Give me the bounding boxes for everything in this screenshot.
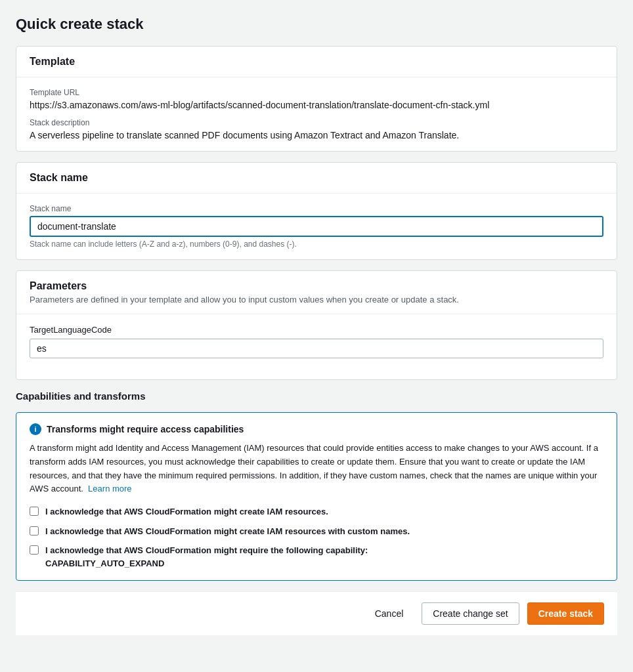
stack-name-heading: Stack name [30,172,603,184]
capabilities-heading: Capabilities and transforms [16,390,617,402]
checkbox-item-1: I acknowledge that AWS CloudFormation mi… [30,525,603,538]
checkbox-ack1-label: I acknowledge that AWS CloudFormation mi… [45,505,328,518]
parameters-heading: Parameters [30,280,603,292]
stack-name-section: Stack name Stack name Stack name can inc… [16,162,617,260]
parameters-section-body: TargetLanguageCode [16,314,617,379]
info-box-body: A transform might add Identity and Acces… [30,442,603,496]
template-heading: Template [30,56,603,68]
stack-name-hint: Stack name can include letters (A-Z and … [30,240,603,249]
info-box-header: i Transforms might require access capabi… [30,423,603,435]
checkbox-item-0: I acknowledge that AWS CloudFormation mi… [30,505,603,518]
stack-name-section-header: Stack name [16,163,617,194]
stack-name-label: Stack name [30,204,603,213]
learn-more-link[interactable]: Learn more [88,484,131,494]
stack-name-section-body: Stack name Stack name can include letter… [16,194,617,259]
template-url-label: Template URL [30,88,603,97]
checkbox-item-2: I acknowledge that AWS CloudFormation mi… [30,544,603,570]
checkbox-ack2[interactable] [30,526,39,536]
capabilities-section: Capabilities and transforms i Transforms… [16,390,617,581]
info-icon: i [30,423,41,435]
checkbox-ack3-label: I acknowledge that AWS CloudFormation mi… [45,544,368,570]
cancel-button[interactable]: Cancel [364,603,414,624]
param-field-0: TargetLanguageCode [30,325,603,358]
checkbox-ack2-label: I acknowledge that AWS CloudFormation mi… [45,525,410,538]
stack-description-label: Stack description [30,118,603,127]
create-change-set-button[interactable]: Create change set [422,602,519,625]
param-label-0: TargetLanguageCode [30,325,603,335]
template-section-body: Template URL https://s3.amazonaws.com/aw… [16,77,617,151]
parameters-description: Parameters are defined in your template … [30,295,603,304]
param-input-0[interactable] [30,339,603,358]
template-section-header: Template [16,47,617,77]
stack-name-input[interactable] [30,216,603,237]
info-box-title: Transforms might require access capabili… [47,424,244,434]
template-section: Template Template URL https://s3.amazona… [16,46,617,152]
checkbox-ack3[interactable] [30,545,39,555]
template-url-value: https://s3.amazonaws.com/aws-ml-blog/art… [30,100,603,110]
parameters-section: Parameters Parameters are defined in you… [16,270,617,380]
page-title: Quick create stack [16,16,617,33]
stack-description-value: A serverless pipeline to translate scann… [30,130,603,140]
footer-bar: Cancel Create change set Create stack [16,591,617,635]
checkbox-ack1[interactable] [30,507,39,516]
parameters-section-header: Parameters Parameters are defined in you… [16,271,617,314]
create-stack-button[interactable]: Create stack [527,602,604,625]
capabilities-info-box: i Transforms might require access capabi… [16,412,617,581]
